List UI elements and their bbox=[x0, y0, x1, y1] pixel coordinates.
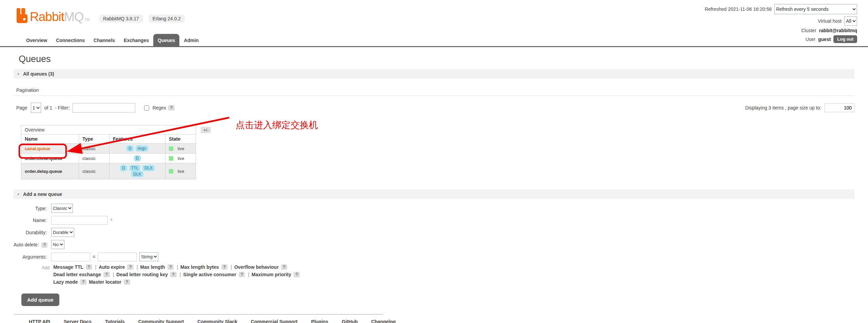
help-icon[interactable]: ? bbox=[80, 279, 87, 285]
queue-features: D bbox=[110, 154, 165, 163]
help-icon[interactable]: ? bbox=[124, 279, 130, 285]
argument-preset-link[interactable]: Single active consumer bbox=[183, 272, 236, 277]
tab-admin[interactable]: Admin bbox=[179, 34, 203, 46]
queue-state: live bbox=[165, 163, 196, 179]
add-queue-button[interactable]: Add queue bbox=[21, 294, 59, 306]
logout-button[interactable]: Log out bbox=[833, 35, 857, 43]
argument-preset-link[interactable]: Message TTL bbox=[53, 264, 83, 270]
feature-badge: DLX bbox=[142, 165, 154, 171]
virtual-host-select[interactable]: All bbox=[844, 16, 857, 26]
help-icon[interactable]: ? bbox=[239, 272, 245, 277]
help-icon[interactable]: ? bbox=[221, 264, 228, 270]
help-icon[interactable]: ? bbox=[167, 264, 174, 270]
tab-overview[interactable]: Overview bbox=[22, 34, 52, 46]
auto-delete-help-icon[interactable]: ? bbox=[41, 242, 48, 248]
argument-preset-link[interactable]: Overflow behaviour bbox=[234, 264, 279, 270]
feature-badge: D bbox=[120, 165, 127, 171]
tab-channels[interactable]: Channels bbox=[89, 34, 119, 46]
queue-type: classic bbox=[79, 144, 110, 154]
collapse-triangle-icon: ▼ bbox=[17, 193, 20, 196]
footer-link[interactable]: Community Support bbox=[138, 319, 184, 323]
erlang-version-badge: Erlang 24.0.2 bbox=[149, 15, 185, 23]
footer-link[interactable]: Commercial Support bbox=[251, 319, 298, 323]
table-row: order.delay.queueclassicDTTLDLXDLKlive bbox=[21, 163, 196, 179]
separator: | bbox=[180, 272, 181, 277]
regex-label: Regex bbox=[153, 105, 166, 110]
separator: | bbox=[231, 264, 232, 270]
column-selector-toggle[interactable]: +/- bbox=[201, 127, 211, 133]
argument-value-input[interactable] bbox=[98, 253, 137, 261]
all-queues-section-label: All queues (3) bbox=[23, 71, 54, 77]
filter-input[interactable] bbox=[73, 103, 135, 113]
help-icon[interactable]: ? bbox=[103, 272, 110, 277]
status-area: Refreshed 2021-11-06 16:20:56 Refresh ev… bbox=[705, 4, 857, 45]
queues-table: Overview Name Type Features State canal.… bbox=[21, 125, 196, 179]
argument-preset-link[interactable]: Max length bbox=[140, 264, 165, 270]
footer-link[interactable]: HTTP API bbox=[29, 319, 50, 323]
footer-link[interactable]: Changelog bbox=[371, 319, 396, 323]
auto-delete-label: Auto delete:? bbox=[14, 242, 47, 247]
argument-type-select[interactable]: String bbox=[139, 252, 158, 261]
argument-preset-link[interactable]: Dead letter routing key bbox=[116, 272, 168, 277]
rabbitmq-version-badge: RabbitMQ 3.8.17 bbox=[99, 15, 143, 23]
column-header-type: Type bbox=[79, 135, 110, 144]
tab-connections[interactable]: Connections bbox=[52, 34, 89, 46]
refresh-interval-select[interactable]: Refresh every 5 seconds bbox=[774, 4, 857, 14]
queue-link[interactable]: order.delay.queue bbox=[25, 169, 62, 174]
table-row: canal.queueclassicDArgslive bbox=[21, 144, 196, 154]
argument-preset-link[interactable]: Lazy mode bbox=[53, 279, 78, 285]
page-select[interactable]: 1 bbox=[31, 103, 41, 113]
queue-link[interactable]: order.close.queue bbox=[25, 156, 62, 161]
table-group-header: Overview bbox=[21, 125, 196, 135]
footer-link[interactable]: GitHub bbox=[342, 319, 358, 323]
feature-badge: D bbox=[126, 145, 134, 152]
argument-preset-link[interactable]: Auto expire bbox=[99, 264, 125, 270]
add-queue-section-toggle[interactable]: ▼ Add a new queue bbox=[14, 189, 854, 199]
queue-type: classic bbox=[79, 163, 110, 179]
queue-type: classic bbox=[79, 154, 110, 163]
logo[interactable]: RabbitMQ TM RabbitMQ 3.8.17 Erlang 24.0.… bbox=[16, 8, 185, 23]
queue-type-select[interactable]: Classic bbox=[51, 204, 73, 213]
tab-queues[interactable]: Queues bbox=[153, 34, 179, 46]
footer-link[interactable]: Tutorials bbox=[105, 319, 125, 323]
header: RabbitMQ TM RabbitMQ 3.8.17 Erlang 24.0.… bbox=[0, 0, 868, 31]
help-icon[interactable]: ? bbox=[86, 264, 92, 270]
separator: | bbox=[137, 264, 138, 270]
separator: | bbox=[113, 272, 114, 277]
argument-key-input[interactable] bbox=[51, 253, 90, 261]
all-queues-section-toggle[interactable]: ▼ All queues (3) bbox=[14, 69, 854, 79]
queue-link[interactable]: canal.queue bbox=[25, 146, 50, 151]
queue-name-input[interactable] bbox=[51, 216, 107, 225]
argument-preset-link[interactable]: Dead letter exchange bbox=[53, 272, 101, 277]
queue-features: DTTLDLXDLK bbox=[110, 163, 165, 179]
regex-help-icon[interactable]: ? bbox=[168, 105, 175, 110]
argument-preset-link[interactable]: Master locator bbox=[89, 279, 121, 285]
separator: | bbox=[248, 272, 249, 277]
rabbitmq-logo-icon bbox=[16, 8, 28, 23]
page-title: Queues bbox=[19, 54, 854, 64]
state-ok-square bbox=[169, 146, 173, 151]
help-icon[interactable]: ? bbox=[127, 264, 134, 270]
cluster-label: Cluster bbox=[801, 28, 816, 33]
footer-link[interactable]: Community Slack bbox=[197, 319, 237, 323]
help-icon[interactable]: ? bbox=[281, 264, 288, 270]
regex-checkbox[interactable] bbox=[144, 105, 149, 110]
tab-exchanges[interactable]: Exchanges bbox=[119, 34, 153, 46]
help-icon[interactable]: ? bbox=[170, 272, 177, 277]
help-icon[interactable]: ? bbox=[294, 272, 300, 277]
footer-link[interactable]: Plugins bbox=[311, 319, 329, 323]
separator: | bbox=[95, 264, 97, 270]
auto-delete-select[interactable]: No bbox=[51, 240, 64, 249]
feature-badge: DLK bbox=[131, 171, 143, 177]
argument-preset-link[interactable]: Max length bytes bbox=[180, 264, 219, 270]
state-ok-square bbox=[169, 156, 173, 161]
argument-preset-link[interactable]: Maximum priority bbox=[252, 272, 291, 277]
footer-link[interactable]: Server Docs bbox=[64, 319, 92, 323]
trademark: TM bbox=[85, 18, 90, 22]
virtual-host-label: Virtual host bbox=[818, 18, 842, 24]
page-label: Page bbox=[16, 105, 27, 110]
queue-state: live bbox=[165, 144, 196, 154]
required-mark: * bbox=[111, 218, 112, 223]
page-size-input[interactable] bbox=[825, 103, 854, 112]
durability-select[interactable]: Durable bbox=[51, 228, 74, 237]
